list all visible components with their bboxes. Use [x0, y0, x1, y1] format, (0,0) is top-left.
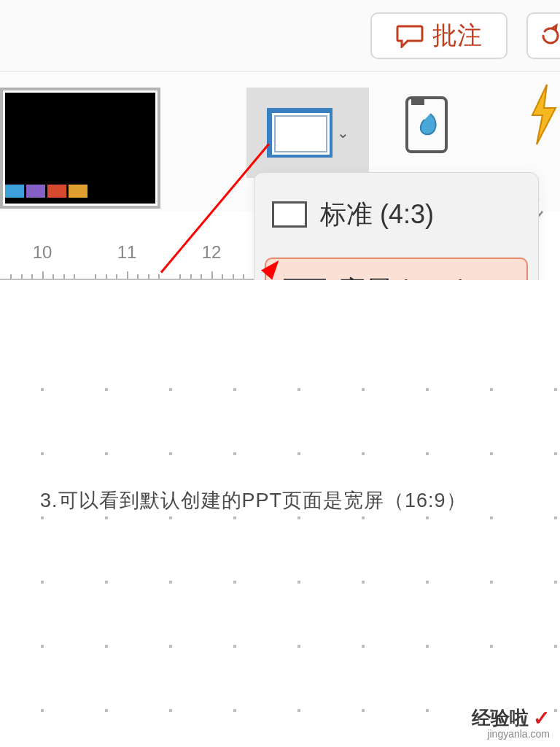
- ratio-4-3-icon: [272, 201, 307, 228]
- standard-label: 标准 (4:3): [320, 197, 434, 233]
- slide-size-button[interactable]: ⌄: [246, 88, 369, 178]
- comment-button[interactable]: 批注: [370, 12, 508, 59]
- color-chip-3: [47, 185, 66, 198]
- check-icon: ✓: [533, 706, 550, 730]
- slide-thumbnail[interactable]: [0, 88, 160, 209]
- paint-bucket-icon: [398, 93, 455, 158]
- comment-label: 批注: [432, 19, 482, 53]
- slide-size-icon: [267, 108, 332, 158]
- transitions-button[interactable]: [526, 82, 560, 162]
- color-chip-1: [5, 185, 24, 198]
- share-button[interactable]: [526, 12, 560, 59]
- dot-grid: [0, 357, 560, 747]
- watermark-brand: 经验啦: [472, 705, 529, 731]
- ruler-mark-11: 11: [117, 242, 137, 263]
- menu-item-standard[interactable]: 标准 (4:3): [254, 177, 538, 252]
- ruler-mark-12: 12: [202, 242, 222, 263]
- watermark: 经验啦 ✓ jingyanla.com: [472, 705, 550, 740]
- top-toolbar: 批注: [0, 0, 560, 71]
- color-bar: [5, 185, 88, 198]
- share-icon: [534, 21, 560, 50]
- ruler-mark-10: 10: [33, 242, 52, 263]
- format-background-button[interactable]: [394, 89, 459, 162]
- lightning-icon: [526, 82, 560, 147]
- color-chip-2: [26, 185, 45, 198]
- horizontal-ruler: 10 11 12: [0, 238, 254, 280]
- chevron-down-icon: ⌄: [337, 124, 349, 142]
- color-chip-4: [69, 185, 88, 198]
- annotation-caption: 3.可以看到默认创建的PPT页面是宽屏（16:9）: [40, 487, 467, 514]
- comment-icon: [396, 23, 424, 48]
- slide-preview: [5, 93, 155, 204]
